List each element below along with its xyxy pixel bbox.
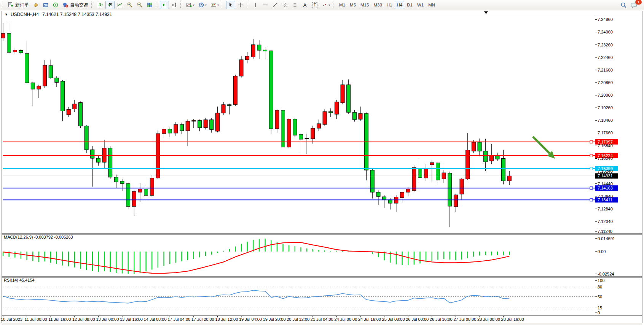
horizontal-line-button[interactable] [261,1,270,9]
bar-chart-button[interactable] [96,1,105,9]
chart-title: ▼ USDCNH-,H4 7.14621 7.15248 7.14353 7.1… [5,12,112,17]
candle [156,131,160,179]
macd-axis-label: 0.00 [598,249,606,254]
toolbar-grip[interactable] [180,2,183,8]
time-axis-label: 18 Jul 12:00 [215,317,238,322]
time-axis-label: 27 Jul 08:00 [453,317,476,322]
notification-badge: 1 [635,0,642,5]
price-axis-label: 7.13640 [598,194,613,199]
periods-button[interactable]: ▾ [197,1,208,9]
timeframe-h4[interactable]: H4 [395,1,404,9]
timeframe-m1[interactable]: M1 [337,1,347,9]
line-anchor [590,140,593,143]
label-icon: T [312,2,318,8]
fibonacci-button[interactable] [290,1,300,9]
styler-button[interactable] [31,1,40,9]
macd-axis-label: 0.014691 [598,236,615,241]
time-axis-label: 24 Jul 16:00 [358,317,381,322]
periods-icon [198,2,204,8]
candlestick-chart-button[interactable] [105,1,115,9]
price-axis-label: 7.14440 [598,182,613,186]
candle [365,113,368,180]
tile-windows-button[interactable] [145,1,154,9]
price-axis-label: 7.17660 [598,131,613,135]
trendline-icon [272,2,278,8]
fibonacci-icon [292,2,298,8]
bar-chart-icon [97,2,103,8]
channel-button[interactable] [281,1,290,9]
search-button[interactable] [619,1,628,9]
price-axis-label: 7.20060 [598,93,613,97]
time-axis-label: 26 Jul 00:00 [406,317,429,322]
horizontal-scrollbar[interactable] [2,323,642,325]
arrows-button[interactable]: ▾ [320,1,332,9]
timeframe-m30[interactable]: M30 [371,1,384,9]
rsi-axis-label: 80 [598,285,602,289]
candle [293,118,297,137]
chart-menu-triangle-icon[interactable]: ▼ [5,13,8,16]
new-order-button[interactable]: 新订单 [6,1,30,9]
cursor-button[interactable] [226,1,235,9]
time-axis-label: 11 Jul 16:00 [48,317,71,322]
toolbar-grip[interactable] [333,2,335,8]
toolbar-grip[interactable] [91,2,94,8]
trendline-button[interactable] [271,1,280,9]
vertical-line-button[interactable] [251,1,260,9]
charts-window-button[interactable] [41,1,50,9]
candle [108,147,112,179]
zoom-out-icon [137,2,143,8]
candle [233,75,237,106]
toolbar-grip[interactable] [222,2,224,8]
time-axis-label: 19 Jul 04:00 [239,317,262,322]
cursor-icon [228,2,234,8]
timeframe-h1[interactable]: H1 [385,1,394,9]
rsi-axis-label: 0 [598,311,600,315]
text-button[interactable]: A [300,1,309,9]
time-axis-label: 10 Jul 2023 [1,317,22,322]
toolbar-grip[interactable] [2,2,4,8]
timeframe-m15[interactable]: M15 [359,1,371,9]
time-axis-label: 26 Jul 16:00 [430,317,453,322]
timeframe-m5[interactable]: M5 [348,1,358,9]
price-axis-label: 7.23260 [598,43,613,47]
zoom-out-button[interactable] [135,1,144,9]
toolbar-grip[interactable] [247,2,249,8]
label-button[interactable]: T [310,1,319,9]
notifications-button[interactable]: 1 [629,1,639,9]
price-axis-label: 7.20860 [598,80,613,85]
toolbar-grip[interactable] [156,2,158,8]
main-toolbar: 新订单 自动交易 [0,0,644,10]
chevron-down-icon: ▾ [328,3,330,7]
line-anchor [590,167,593,170]
new-order-icon [8,2,14,8]
time-axis-label: 28 Jul 16:00 [501,317,524,322]
line-chart-button[interactable] [115,1,124,9]
symbol-title: USDCNH-,H4 [11,12,39,17]
candle [78,102,82,128]
crosshair-button[interactable] [236,1,245,9]
price-chart[interactable]: 7.170977.162247.153997.149317.141637.134… [0,10,644,325]
indicators-button[interactable]: ▾ [185,1,196,9]
symbol-ohlc: 7.14621 7.15248 7.14353 7.14931 [42,12,112,17]
candle [287,118,291,148]
auto-scroll-button[interactable] [160,1,169,9]
candle [150,175,154,198]
timeframe-mn[interactable]: MN [426,1,437,9]
candle [323,109,327,126]
candle [204,118,207,130]
zoom-in-button[interactable] [125,1,134,9]
auto-trading-button[interactable]: 自动交易 [61,1,90,9]
candle [126,182,130,209]
templates-button[interactable]: ▾ [209,1,220,9]
price-axis-label: 7.16040 [598,156,613,161]
horizontal-line-icon [262,2,268,8]
time-axis-label: 25 Jul 08:00 [382,317,405,322]
chart-shift-button[interactable] [170,1,179,9]
new-order-label: 新订单 [15,2,29,8]
signals-button[interactable] [51,1,60,9]
candle [84,125,88,153]
timeframe-w1[interactable]: W1 [415,1,426,9]
timeframe-d1[interactable]: D1 [405,1,414,9]
time-axis-label: 11 Jul 00:00 [25,317,47,322]
price-axis-label: 7.18460 [598,118,613,123]
